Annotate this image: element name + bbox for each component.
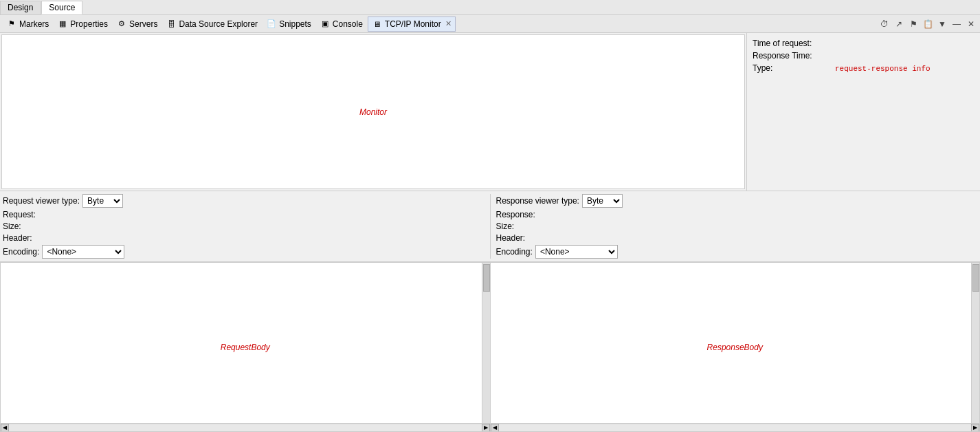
request-encoding-row: Encoding: <None> UTF-8 UTF-16 ISO-8859-1 — [3, 245, 485, 259]
right-info-panel: Time of request: Response Time: Type: re… — [746, 33, 980, 191]
toolbar-close-btn[interactable]: ✕ — [965, 18, 977, 30]
request-label-row: Request: — [3, 210, 485, 219]
source-tab[interactable]: Source — [41, 1, 82, 14]
toolbar: ⚑ Markers ▦ Properties ⚙ Servers 🗄 Data … — [0, 15, 980, 33]
response-body-scroll-track — [499, 424, 972, 431]
toolbar-properties[interactable]: ▦ Properties — [54, 17, 111, 31]
response-encoding-label: Encoding: — [496, 247, 533, 257]
time-of-request-label: Time of request: — [753, 39, 835, 48]
monitor-area: Monitor — [1, 34, 745, 189]
response-label-row: Response: — [496, 210, 978, 219]
monitor-label: Monitor — [359, 107, 387, 117]
response-body-scroll-left[interactable]: ◀ — [491, 424, 499, 432]
response-body-label: ResponseBody — [707, 343, 763, 352]
tcpip-icon: 🖥 — [372, 19, 383, 30]
request-header-label: Header: — [3, 233, 32, 243]
response-header-row: Header: — [496, 233, 978, 243]
req-resp-controls: Request viewer type: Byte Text XML HTML … — [0, 191, 980, 262]
response-time-label: Response Time: — [753, 51, 835, 61]
response-viewer-type-select[interactable]: Byte Text XML HTML — [582, 194, 623, 208]
request-size-row: Size: — [3, 222, 485, 231]
response-body-panel: ResponseBody ◀ ▶ — [491, 262, 981, 432]
request-body-scrollbar-h[interactable]: ◀ ▶ — [1, 423, 490, 431]
markers-label: Markers — [19, 19, 49, 29]
type-value: request-response info — [835, 65, 931, 73]
response-time-row: Response Time: — [753, 51, 975, 61]
response-body-scrollbar-thumb[interactable] — [972, 264, 979, 292]
console-label: Console — [333, 19, 363, 29]
toolbar-export-btn[interactable]: ↗ — [893, 18, 905, 30]
toolbar-tcpip[interactable]: 🖥 TCP/IP Monitor ✕ — [368, 17, 456, 32]
request-label: Request: — [3, 210, 36, 219]
left-panel: Monitor Time of request: Response Time: … — [0, 33, 980, 432]
toolbar-right-buttons: ⏱ ↗ ⚑ 📋 ▼ — ✕ — [878, 18, 977, 30]
request-section: Request viewer type: Byte Text XML HTML … — [3, 194, 490, 259]
toolbar-flag-btn[interactable]: ⚑ — [907, 18, 920, 30]
response-header-label: Header: — [496, 233, 526, 243]
time-of-request-row: Time of request: — [753, 39, 975, 48]
toolbar-dropdown-btn[interactable]: ▼ — [936, 18, 948, 30]
toolbar-tabs-group: ⚑ Markers ▦ Properties ⚙ Servers 🗄 Data … — [3, 17, 456, 32]
request-viewer-type-select[interactable]: Byte Text XML HTML — [82, 194, 123, 208]
toolbar-servers[interactable]: ⚙ Servers — [113, 17, 161, 31]
request-viewer-type-row: Request viewer type: Byte Text XML HTML — [3, 194, 485, 208]
servers-icon: ⚙ — [116, 19, 127, 30]
tcpip-close-icon[interactable]: ✕ — [445, 19, 452, 28]
response-body-scrollbar-h[interactable]: ◀ ▶ — [491, 423, 980, 431]
response-size-row: Size: — [496, 222, 978, 231]
tcpip-label: TCP/IP Monitor — [385, 19, 441, 29]
datasource-label: Data Source Explorer — [179, 19, 258, 29]
request-encoding-label: Encoding: — [3, 247, 39, 257]
console-icon: ▣ — [320, 19, 331, 30]
request-viewer-type-label: Request viewer type: — [3, 196, 80, 206]
type-label: Type: — [753, 63, 835, 73]
snippets-icon: 📄 — [266, 19, 277, 30]
toolbar-minimize-btn[interactable]: — — [950, 18, 963, 30]
design-tab[interactable]: Design — [0, 1, 41, 14]
toolbar-snippets[interactable]: 📄 Snippets — [263, 17, 315, 31]
servers-label: Servers — [129, 19, 157, 29]
request-body-scroll-track — [9, 424, 482, 431]
datasource-icon: 🗄 — [166, 19, 177, 30]
response-viewer-type-row: Response viewer type: Byte Text XML HTML — [496, 194, 978, 208]
monitor-section: Monitor Time of request: Response Time: … — [0, 33, 980, 191]
toolbar-markers[interactable]: ⚑ Markers — [3, 17, 52, 31]
response-body-scrollbar-v[interactable] — [971, 263, 979, 431]
response-label: Response: — [496, 210, 535, 219]
main-content: Monitor Time of request: Response Time: … — [0, 33, 980, 432]
request-encoding-select[interactable]: <None> UTF-8 UTF-16 ISO-8859-1 — [42, 245, 124, 259]
body-panels: RequestBody ◀ ▶ ResponseBody — [0, 262, 980, 432]
top-tabs-bar: Design Source — [0, 0, 980, 15]
toolbar-clock-btn[interactable]: ⏱ — [878, 18, 891, 30]
toolbar-datasource[interactable]: 🗄 Data Source Explorer — [162, 17, 261, 31]
toolbar-console[interactable]: ▣ Console — [316, 17, 366, 31]
type-row: Type: request-response info — [753, 63, 975, 73]
markers-icon: ⚑ — [6, 19, 17, 30]
response-encoding-select[interactable]: <None> UTF-8 UTF-16 ISO-8859-1 — [535, 245, 618, 259]
response-encoding-row: Encoding: <None> UTF-8 UTF-16 ISO-8859-1 — [496, 245, 978, 259]
request-size-label: Size: — [3, 222, 21, 231]
request-body-scroll-left[interactable]: ◀ — [1, 424, 9, 432]
properties-icon: ▦ — [57, 19, 68, 30]
response-size-label: Size: — [496, 222, 515, 231]
properties-label: Properties — [70, 19, 108, 29]
request-body-panel: RequestBody ◀ ▶ — [0, 262, 491, 432]
request-body-scrollbar-v[interactable] — [482, 263, 490, 431]
response-viewer-type-label: Response viewer type: — [496, 196, 579, 206]
request-body-label: RequestBody — [221, 343, 270, 352]
snippets-label: Snippets — [279, 19, 311, 29]
toolbar-copy-btn[interactable]: 📋 — [922, 18, 934, 30]
request-body-scrollbar-thumb[interactable] — [483, 264, 490, 292]
request-body-scroll-right[interactable]: ▶ — [482, 424, 490, 432]
request-header-row: Header: — [3, 233, 485, 243]
response-section: Response viewer type: Byte Text XML HTML… — [490, 194, 978, 259]
response-body-scroll-right[interactable]: ▶ — [971, 424, 979, 432]
